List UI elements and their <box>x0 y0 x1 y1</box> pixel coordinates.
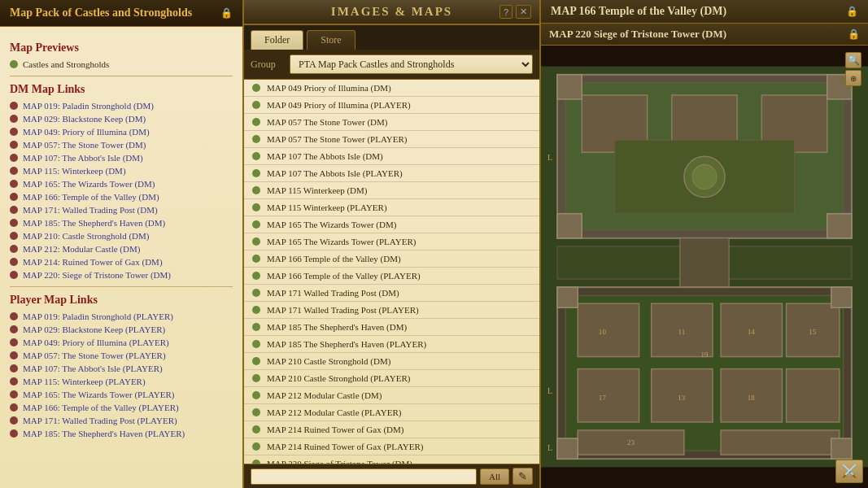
list-item[interactable]: MAP 171 Walled Trading Post (DM) <box>244 285 539 302</box>
right-panel: MAP 166 Temple of the Valley (DM) 🔒 MAP … <box>541 0 868 488</box>
list-item[interactable]: MAP 185 The Shepherd's Haven (PLAYER) <box>244 336 539 353</box>
list-item[interactable]: MAP 214 Ruined Tower of Gax (DM) <box>244 421 539 438</box>
list-dot <box>252 289 260 297</box>
list-item[interactable]: MAP 220 Siege of Tristone Tower (DM) <box>244 455 539 464</box>
player-link-text: MAP 115: Winterkeep (PLAYER) <box>23 377 146 386</box>
list-item[interactable]: MAP 212 Modular Castle (PLAYER) <box>244 404 539 421</box>
list-item-text: MAP 214 Ruined Tower of Gax (PLAYER) <box>267 442 424 451</box>
player-link-item[interactable]: MAP 029: Blackstone Keep (PLAYER) <box>10 325 233 334</box>
list-dot <box>252 374 260 382</box>
divider-1 <box>10 76 233 76</box>
list-item-text: MAP 115 Winterkeep (DM) <box>267 185 368 195</box>
list-dot <box>252 391 260 399</box>
list-item[interactable]: MAP 115 Winterkeep (DM) <box>244 182 539 199</box>
svg-rect-38 <box>557 287 578 307</box>
preview-item[interactable]: Castles and Strongholds <box>10 59 233 69</box>
list-item[interactable]: MAP 166 Temple of the Valley (DM) <box>244 251 539 268</box>
list-item[interactable]: MAP 057 The Stone Tower (PLAYER) <box>244 131 539 148</box>
list-dot <box>252 186 260 194</box>
dm-link-item[interactable]: MAP 115: Winterkeep (DM) <box>10 166 233 176</box>
tab-folder[interactable]: Folder <box>251 30 303 50</box>
list-item[interactable]: MAP 212 Modular Castle (DM) <box>244 387 539 404</box>
svg-text:18: 18 <box>748 394 756 402</box>
close-button[interactable]: ✕ <box>516 5 531 19</box>
svg-rect-10 <box>557 75 582 99</box>
zoom-controls: 🔍 ⊕ <box>845 52 861 86</box>
dm-link-text: MAP 029: Blackstone Keep (DM) <box>23 114 146 124</box>
list-item[interactable]: MAP 210 Castle Stronghold (DM) <box>244 353 539 370</box>
list-item-text: MAP 057 The Stone Tower (PLAYER) <box>267 134 407 144</box>
group-select[interactable]: PTA Map Pack Castles and Strongholds <box>290 54 533 74</box>
player-link-item[interactable]: MAP 115: Winterkeep (PLAYER) <box>10 377 233 386</box>
list-item[interactable]: MAP 107 The Abbots Isle (PLAYER) <box>244 165 539 182</box>
dm-link-item[interactable]: MAP 057: The Stone Tower (DM) <box>10 140 233 150</box>
svg-text:23: 23 <box>627 438 635 447</box>
player-link-item[interactable]: MAP 171: Walled Trading Post (PLAYER) <box>10 416 233 425</box>
dm-link-item[interactable]: MAP 166: Temple of the Valley (DM) <box>10 192 233 202</box>
player-links-list: MAP 019: Paladin Stronghold (PLAYER)MAP … <box>10 312 233 438</box>
group-row: Group PTA Map Pack Castles and Stronghol… <box>244 50 539 80</box>
svg-text:15: 15 <box>809 328 817 336</box>
dm-link-item[interactable]: MAP 214: Ruined Tower of Gax (DM) <box>10 257 233 267</box>
svg-rect-27 <box>578 369 639 422</box>
list-dot <box>252 408 260 416</box>
right-lock-icon: 🔒 <box>846 6 858 18</box>
help-button[interactable]: ? <box>499 5 513 19</box>
list-item-text: MAP 212 Modular Castle (DM) <box>267 390 382 400</box>
dm-link-item[interactable]: MAP 049: Priory of Illumina (DM) <box>10 127 233 137</box>
dm-link-item[interactable]: MAP 165: The Wizards Tower (DM) <box>10 179 233 189</box>
player-link-item[interactable]: MAP 057: The Stone Tower (PLAYER) <box>10 351 233 360</box>
dm-link-text: MAP 166: Temple of the Valley (DM) <box>23 192 159 202</box>
player-link-dot <box>10 416 18 425</box>
list-item[interactable]: MAP 210 Castle Stronghold (PLAYER) <box>244 370 539 387</box>
list-dot <box>252 84 260 92</box>
search-input[interactable] <box>251 468 477 485</box>
zoom-in-btn[interactable]: 🔍 <box>845 52 861 68</box>
dm-link-dot <box>10 193 18 201</box>
list-item-text: MAP 210 Castle Stronghold (DM) <box>267 356 390 366</box>
dm-link-dot <box>10 167 18 175</box>
dm-link-dot <box>10 271 18 279</box>
player-link-item[interactable]: MAP 049: Priory of Illumina (PLAYER) <box>10 338 233 347</box>
player-link-item[interactable]: MAP 019: Paladin Stronghold (PLAYER) <box>10 312 233 321</box>
list-item-text: MAP 107 The Abbots Isle (DM) <box>267 151 383 161</box>
dm-link-item[interactable]: MAP 019: Paladin Stronghold (DM) <box>10 101 233 111</box>
map-container[interactable]: L 10 11 14 15 17 13 <box>541 46 868 488</box>
edit-button[interactable]: ✎ <box>513 468 533 485</box>
list-item[interactable]: MAP 185 The Shepherd's Haven (DM) <box>244 319 539 336</box>
zoom-out-btn[interactable]: ⊕ <box>845 70 861 86</box>
player-link-dot <box>10 338 18 346</box>
dm-link-item[interactable]: MAP 171: Walled Trading Post (DM) <box>10 205 233 215</box>
tab-store[interactable]: Store <box>307 30 355 50</box>
player-link-item[interactable]: MAP 107: The Abbot's Isle (PLAYER) <box>10 364 233 373</box>
dm-link-item[interactable]: MAP 220: Siege of Tristone Tower (DM) <box>10 270 233 280</box>
list-item[interactable]: MAP 166 Temple of the Valley (PLAYER) <box>244 268 539 285</box>
list-item-text: MAP 212 Modular Castle (PLAYER) <box>267 407 401 417</box>
all-button[interactable]: All <box>480 468 509 485</box>
list-item[interactable]: MAP 107 The Abbots Isle (DM) <box>244 148 539 165</box>
list-item[interactable]: MAP 115 Winterkeep (PLAYER) <box>244 199 539 216</box>
dm-link-item[interactable]: MAP 185: The Shepherd's Haven (DM) <box>10 218 233 228</box>
player-link-item[interactable]: MAP 166: Temple of the Valley (PLAYER) <box>10 403 233 412</box>
list-dot <box>252 135 260 143</box>
dm-link-item[interactable]: MAP 029: Blackstone Keep (DM) <box>10 114 233 124</box>
dm-link-text: MAP 210: Castle Stronghold (DM) <box>23 231 149 241</box>
list-item[interactable]: MAP 165 The Wizards Tower (PLAYER) <box>244 233 539 251</box>
list-item[interactable]: MAP 049 Priory of Illumina (PLAYER) <box>244 97 539 114</box>
player-link-item[interactable]: MAP 165: The Wizards Tower (PLAYER) <box>10 390 233 399</box>
player-link-text: MAP 185: The Shepherd's Haven (PLAYER) <box>23 429 185 438</box>
svg-rect-41 <box>831 438 852 459</box>
svg-text:L: L <box>547 443 552 452</box>
list-item[interactable]: MAP 214 Ruined Tower of Gax (PLAYER) <box>244 438 539 455</box>
list-item-text: MAP 166 Temple of the Valley (DM) <box>267 254 401 264</box>
list-item-text: MAP 107 The Abbots Isle (PLAYER) <box>267 168 403 178</box>
list-dot <box>252 272 260 280</box>
list-item[interactable]: MAP 057 The Stone Tower (DM) <box>244 114 539 131</box>
list-item[interactable]: MAP 171 Walled Trading Post (PLAYER) <box>244 302 539 319</box>
dm-link-item[interactable]: MAP 107: The Abbot's Isle (DM) <box>10 153 233 163</box>
dm-link-item[interactable]: MAP 210: Castle Stronghold (DM) <box>10 231 233 241</box>
list-item[interactable]: MAP 049 Priory of Illumina (DM) <box>244 80 539 97</box>
player-link-item[interactable]: MAP 185: The Shepherd's Haven (PLAYER) <box>10 429 233 438</box>
dm-link-item[interactable]: MAP 212: Modular Castle (DM) <box>10 244 233 254</box>
list-item[interactable]: MAP 165 The Wizards Tower (DM) <box>244 216 539 233</box>
